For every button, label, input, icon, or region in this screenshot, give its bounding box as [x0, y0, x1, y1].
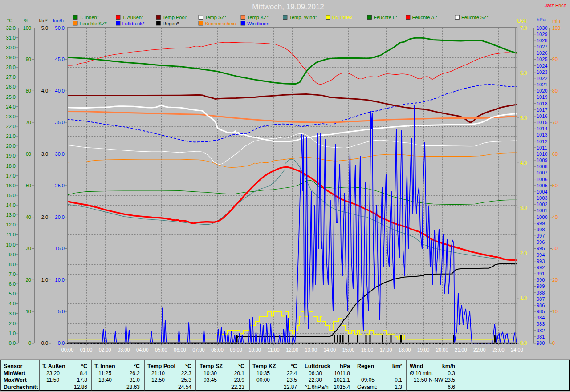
svg-text:22:30: 22:30 [309, 377, 322, 383]
svg-text:3.0: 3.0 [520, 205, 527, 210]
svg-text:22:00: 22:00 [473, 347, 486, 352]
svg-text:24.54: 24.54 [178, 384, 191, 390]
svg-text:995: 995 [537, 246, 545, 251]
svg-text:30: 30 [552, 246, 558, 251]
svg-text:16.0: 16.0 [6, 183, 16, 188]
svg-text:10:00: 10:00 [248, 347, 261, 352]
svg-text:MaxWert: MaxWert [4, 377, 27, 383]
svg-text:18.0: 18.0 [6, 163, 16, 169]
svg-text:1014: 1014 [537, 126, 547, 131]
svg-text:20: 20 [26, 277, 31, 283]
svg-text:31.0: 31.0 [6, 35, 16, 40]
svg-text:1006: 1006 [537, 177, 547, 182]
svg-text:1.0: 1.0 [520, 295, 527, 301]
svg-text:Luftdruck: Luftdruck [305, 363, 330, 369]
svg-text:996: 996 [537, 239, 545, 245]
svg-text:13:50: 13:50 [414, 377, 427, 383]
svg-text:21:00: 21:00 [455, 347, 467, 352]
svg-text:1008: 1008 [537, 164, 547, 169]
svg-text:985: 985 [537, 309, 545, 314]
svg-text:14.0: 14.0 [6, 202, 16, 208]
svg-text:30: 30 [26, 246, 31, 251]
svg-text:20:00: 20:00 [436, 347, 448, 352]
svg-text:09:05: 09:05 [361, 377, 375, 383]
svg-text:16:00: 16:00 [361, 347, 374, 352]
svg-text:°C: °C [185, 363, 191, 369]
svg-text:00:00: 00:00 [256, 377, 270, 383]
svg-text:1018: 1018 [537, 101, 547, 106]
svg-text:13:00: 13:00 [305, 347, 318, 352]
svg-text:986: 986 [537, 303, 545, 308]
svg-text:1004: 1004 [537, 189, 547, 194]
svg-text:15.0: 15.0 [6, 193, 16, 198]
svg-text:06:00: 06:00 [174, 347, 186, 352]
svg-text:Regen: Regen [357, 363, 374, 369]
svg-text:23.5: 23.5 [287, 377, 297, 383]
svg-text:1000: 1000 [537, 214, 547, 220]
svg-text:28.63: 28.63 [126, 384, 140, 390]
svg-text:32.0: 32.0 [6, 25, 16, 31]
svg-text:Sensor: Sensor [4, 363, 23, 369]
svg-text:1022: 1022 [537, 76, 547, 81]
svg-text:0.0: 0.0 [58, 340, 65, 346]
svg-text:7.0: 7.0 [520, 25, 527, 31]
svg-text:50.0: 50.0 [55, 25, 65, 31]
svg-text:27.0: 27.0 [6, 74, 16, 80]
svg-text:UV Index: UV Index [332, 15, 353, 20]
svg-text:Temp Pool*: Temp Pool* [163, 15, 188, 20]
svg-text:991: 991 [537, 271, 545, 276]
svg-text:20: 20 [552, 277, 558, 283]
svg-text:12.0: 12.0 [6, 222, 16, 227]
svg-text:10: 10 [26, 309, 31, 314]
svg-text:4.0: 4.0 [520, 160, 527, 166]
svg-text:12:50: 12:50 [151, 377, 165, 383]
svg-text:0.3: 0.3 [448, 370, 455, 376]
svg-text:18:40: 18:40 [98, 377, 112, 383]
svg-text:981: 981 [537, 334, 545, 339]
svg-text:22.3: 22.3 [181, 370, 192, 376]
svg-text:1003: 1003 [537, 195, 547, 201]
svg-text:1020: 1020 [537, 88, 547, 93]
svg-text:04:00: 04:00 [136, 347, 149, 352]
svg-text:19:00: 19:00 [417, 347, 430, 352]
svg-text:60: 60 [26, 151, 31, 157]
svg-text:35.0: 35.0 [55, 120, 65, 125]
svg-text:8.0: 8.0 [9, 262, 16, 267]
svg-text:40: 40 [26, 214, 31, 220]
svg-text:T. Innen*: T. Innen* [80, 15, 99, 20]
svg-text:T. Außen: T. Außen [42, 363, 65, 369]
svg-text:T. Innen: T. Innen [94, 363, 115, 369]
svg-text:1021: 1021 [537, 82, 547, 87]
svg-text:993: 993 [537, 259, 545, 264]
svg-text:1007: 1007 [537, 170, 547, 175]
svg-text:2.0: 2.0 [9, 321, 16, 326]
svg-text:Wind: Wind [410, 363, 423, 369]
svg-text:20.0: 20.0 [6, 143, 16, 149]
svg-text:990: 990 [537, 277, 545, 283]
svg-text:9.0: 9.0 [9, 252, 16, 257]
svg-text:09:00: 09:00 [230, 347, 242, 352]
svg-text:70: 70 [552, 120, 558, 125]
svg-text:12.86: 12.86 [74, 384, 87, 390]
svg-text:17.0: 17.0 [6, 173, 16, 178]
svg-text:Gesamt:: Gesamt: [357, 384, 377, 390]
svg-text:6.6: 6.6 [448, 384, 455, 390]
svg-text:0.0: 0.0 [41, 340, 48, 346]
svg-text:1023: 1023 [537, 69, 547, 75]
svg-text:%: % [24, 18, 28, 23]
svg-text:0: 0 [28, 340, 31, 346]
svg-text:17.8: 17.8 [77, 377, 88, 383]
svg-text:1021.1: 1021.1 [334, 377, 350, 383]
svg-text:11:25: 11:25 [98, 370, 111, 376]
svg-text:02:00: 02:00 [99, 347, 111, 352]
svg-text:22.23: 22.23 [231, 384, 244, 390]
svg-text:°C: °C [291, 363, 297, 369]
svg-text:23.0: 23.0 [6, 114, 16, 119]
svg-text:21.0: 21.0 [6, 133, 16, 139]
svg-text:20.1: 20.1 [234, 370, 245, 376]
svg-text:N-NW 23.5: N-NW 23.5 [429, 377, 456, 383]
svg-text:15:00: 15:00 [342, 347, 355, 352]
svg-text:Ø 10 min.: Ø 10 min. [410, 370, 433, 376]
svg-text:13.0: 13.0 [6, 212, 16, 218]
svg-text:29.0: 29.0 [6, 55, 16, 60]
